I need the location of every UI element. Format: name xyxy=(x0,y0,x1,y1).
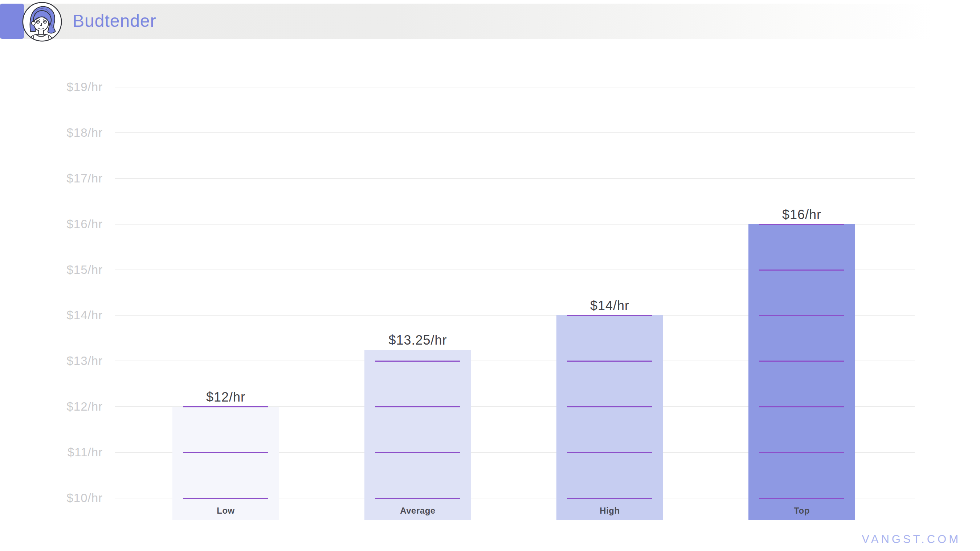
bar-category-label: High xyxy=(557,505,663,516)
bar-gridline-rule xyxy=(759,270,844,271)
y-axis-tick-label: $19/hr xyxy=(36,80,103,94)
bar-gridline-rule xyxy=(567,315,652,316)
bar-gridline-rule xyxy=(759,406,844,407)
bar-gridline-rule xyxy=(759,315,844,316)
y-axis-tick-label: $14/hr xyxy=(36,308,103,322)
bar-gridline-rule xyxy=(375,360,460,362)
y-axis-tick-label: $18/hr xyxy=(36,125,103,140)
wage-bar xyxy=(557,315,663,520)
wage-bar xyxy=(364,350,471,520)
y-axis-tick-label: $17/hr xyxy=(36,171,103,186)
bar-value-label: $13.25/hr xyxy=(336,332,500,348)
bar-category-label: Top xyxy=(748,505,855,516)
bar-gridline-rule xyxy=(183,452,268,453)
footer-brand: VANGST.COM xyxy=(862,532,961,546)
bar-gridline-rule xyxy=(759,360,844,362)
y-axis-tick-label: $12/hr xyxy=(36,399,103,414)
y-gridline xyxy=(115,178,915,179)
bar-gridline-rule xyxy=(759,452,844,453)
page: Budtender $19/hr$18/hr$17/hr$16/hr$15/hr… xyxy=(0,0,980,551)
bar-value-label: $12/hr xyxy=(143,389,308,405)
wage-bar-chart: $19/hr$18/hr$17/hr$16/hr$15/hr$14/hr$13/… xyxy=(0,0,980,551)
bar-gridline-rule xyxy=(183,498,268,499)
y-gridline xyxy=(115,87,915,87)
bar-gridline-rule xyxy=(375,452,460,453)
bar-gridline-rule xyxy=(183,406,268,407)
bar-gridline-rule xyxy=(759,498,844,499)
bar-category-label: Low xyxy=(172,505,279,516)
bar-gridline-rule xyxy=(567,406,652,407)
bar-gridline-rule xyxy=(375,406,460,407)
bar-gridline-rule xyxy=(375,498,460,499)
y-axis-tick-label: $10/hr xyxy=(36,491,103,505)
bar-gridline-rule xyxy=(567,498,652,499)
bar-gridline-rule xyxy=(567,452,652,453)
bar-value-label: $14/hr xyxy=(527,298,692,314)
bar-gridline-rule xyxy=(759,224,844,225)
wage-bar xyxy=(172,407,279,520)
y-axis-tick-label: $16/hr xyxy=(36,217,103,232)
bar-category-label: Average xyxy=(364,505,471,516)
y-axis-tick-label: $15/hr xyxy=(36,263,103,277)
y-axis-tick-label: $13/hr xyxy=(36,354,103,368)
y-axis-tick-label: $11/hr xyxy=(36,445,103,460)
wage-bar xyxy=(748,224,855,520)
bar-value-label: $16/hr xyxy=(719,207,884,223)
y-gridline xyxy=(115,132,915,133)
bar-gridline-rule xyxy=(567,360,652,362)
